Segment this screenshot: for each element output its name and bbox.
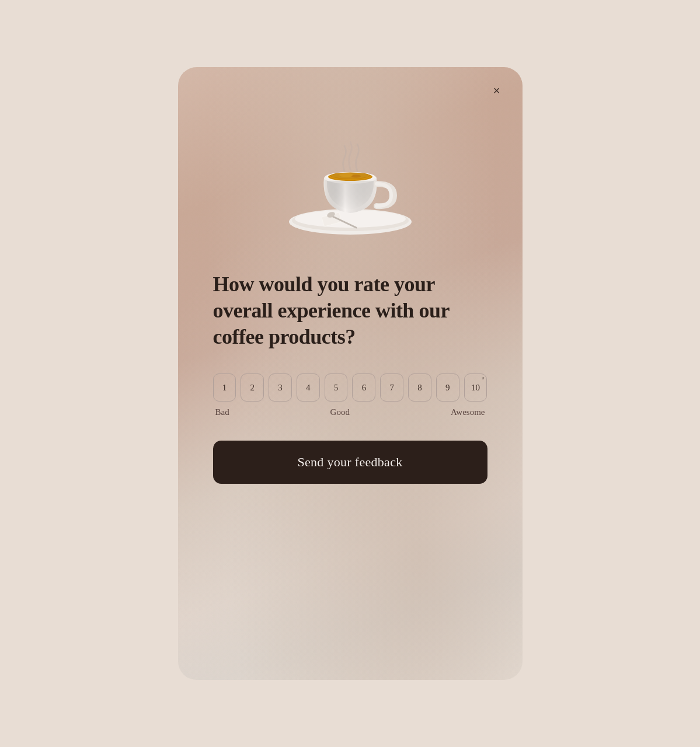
close-button[interactable]: × (487, 81, 506, 100)
rating-buttons-group: 1 2 3 4 5 6 7 8 9 10 * (213, 374, 487, 402)
coffee-image-section (178, 67, 523, 254)
question-text: How would you rate your overall experien… (213, 271, 487, 350)
rating-label-high: Awesome (451, 407, 485, 417)
rating-btn-9[interactable]: 9 (436, 374, 459, 402)
rating-btn-4[interactable]: 4 (297, 374, 320, 402)
feedback-modal: × (178, 67, 523, 680)
rating-btn-6[interactable]: 6 (352, 374, 375, 402)
rating-label-mid: Good (330, 407, 350, 417)
rating-labels: Bad Good Awesome (213, 402, 487, 417)
rating-btn-7[interactable]: 7 (380, 374, 403, 402)
question-section: How would you rate your overall experien… (178, 254, 523, 362)
rating-label-low: Bad (215, 407, 229, 417)
rating-btn-2[interactable]: 2 (241, 374, 264, 402)
submit-section: Send your feedback (178, 423, 523, 530)
coffee-cup-image (269, 114, 432, 242)
rating-btn-5[interactable]: 5 (325, 374, 348, 402)
rating-section: 1 2 3 4 5 6 7 8 9 10 * Bad Good Awesome (178, 362, 523, 423)
svg-point-13 (339, 173, 353, 177)
rating-btn-1[interactable]: 1 (213, 374, 236, 402)
submit-button[interactable]: Send your feedback (213, 441, 487, 484)
asterisk-indicator: * (482, 376, 485, 383)
rating-btn-3[interactable]: 3 (269, 374, 292, 402)
svg-point-14 (351, 175, 361, 178)
rating-btn-8[interactable]: 8 (408, 374, 431, 402)
rating-btn-10[interactable]: 10 * (464, 374, 487, 402)
